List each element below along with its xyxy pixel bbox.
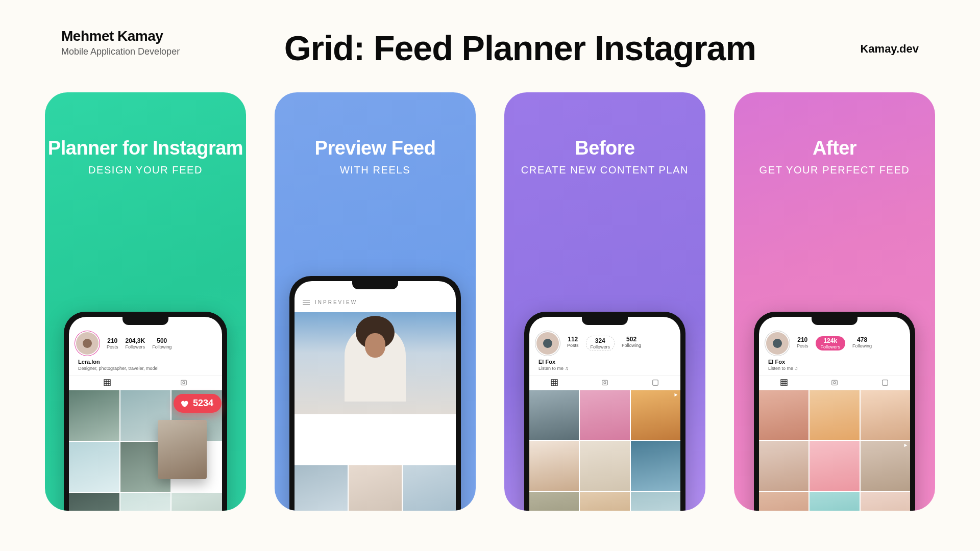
- hero-photo[interactable]: [295, 312, 456, 414]
- grid-icon: [103, 379, 111, 387]
- tab-reels[interactable]: [630, 375, 680, 390]
- feed-cell[interactable]: [403, 465, 456, 511]
- feed-cell[interactable]: [810, 492, 859, 511]
- stat-following[interactable]: 502Following: [622, 336, 641, 351]
- avatar[interactable]: [536, 332, 559, 355]
- profile-tabs: [759, 375, 910, 390]
- stat-following[interactable]: 478Following: [852, 336, 872, 350]
- author-block: Mehmet Kamay Mobile Application Develope…: [61, 28, 180, 57]
- profile-tabs: [69, 375, 222, 390]
- page-header: Mehmet Kamay Mobile Application Develope…: [0, 0, 980, 68]
- feed-cell[interactable]: [120, 493, 171, 511]
- card-subtitle: GET YOUR PERFECT FEED: [734, 164, 935, 176]
- username: Lera.lon: [78, 359, 213, 365]
- phone-mock-4: 210Posts 124kFollowers 478Following El F…: [754, 312, 915, 511]
- feed-cell[interactable]: [580, 492, 629, 511]
- feed-cell[interactable]: [861, 492, 910, 511]
- play-icon: [903, 443, 908, 448]
- feed-cell[interactable]: [759, 390, 808, 440]
- phone-notch: [122, 317, 168, 325]
- phone-mock-2: INPREVIEW: [289, 276, 461, 511]
- tab-tagged[interactable]: [580, 375, 630, 390]
- avatar[interactable]: [76, 332, 99, 355]
- site-link[interactable]: Kamay.dev: [860, 28, 919, 56]
- tab-reels[interactable]: [860, 375, 910, 390]
- reels-icon: [881, 379, 889, 387]
- username-block: El Fox Listen to me ♫: [759, 359, 910, 375]
- tab-grid[interactable]: [759, 375, 810, 390]
- profile-row: 210Posts 204,3KFollowers 500Following: [69, 328, 222, 359]
- tab-grid[interactable]: [69, 375, 145, 390]
- profile-row: 112Posts 324Followers 502Following: [529, 328, 680, 359]
- feed-cell[interactable]: [529, 441, 579, 490]
- stat-followers-highlight[interactable]: 124kFollowers: [816, 336, 846, 350]
- reels-icon: [651, 379, 659, 387]
- profile-tabs: [529, 375, 680, 390]
- svg-rect-0: [104, 380, 110, 386]
- stat-posts[interactable]: 112Posts: [567, 336, 579, 351]
- svg-rect-16: [781, 380, 787, 386]
- feed-cell[interactable]: [69, 390, 119, 441]
- card-title: Planner for Instagram: [45, 137, 246, 159]
- feed-cell[interactable]: [631, 492, 680, 511]
- svg-rect-7: [551, 380, 557, 386]
- feed-cell[interactable]: [172, 493, 222, 511]
- tab-grid[interactable]: [529, 375, 580, 390]
- card-subtitle: DESIGN YOUR FEED: [45, 164, 246, 176]
- dragging-tile[interactable]: [158, 420, 207, 479]
- feed-cell[interactable]: [69, 442, 119, 492]
- svg-rect-5: [181, 380, 187, 385]
- tagged-icon: [180, 379, 188, 387]
- feed-cell[interactable]: [759, 492, 808, 511]
- feed-cell[interactable]: [861, 390, 910, 440]
- author-name: Mehmet Kamay: [61, 28, 180, 44]
- like-badge: 5234: [174, 394, 222, 413]
- cards-row: Planner for Instagram DESIGN YOUR FEED 5…: [0, 68, 980, 511]
- feed-cell[interactable]: [810, 390, 859, 440]
- feed-cell[interactable]: [631, 441, 680, 490]
- username: El Fox: [768, 359, 901, 365]
- tagged-icon: [601, 379, 609, 387]
- stat-posts[interactable]: 210Posts: [107, 337, 118, 349]
- app-bar: INPREVIEW: [295, 292, 456, 312]
- svg-rect-12: [602, 380, 608, 385]
- tab-tagged[interactable]: [810, 375, 860, 390]
- feed-cell[interactable]: [580, 441, 629, 490]
- tagged-icon: [830, 379, 839, 387]
- username-block: Lera.lon Designer, photographer, travele…: [69, 359, 222, 375]
- feed-cell[interactable]: [529, 492, 579, 511]
- svg-rect-14: [652, 380, 658, 386]
- stat-followers-goal[interactable]: 324Followers: [586, 336, 615, 351]
- heart-icon: [180, 399, 189, 408]
- bio: Designer, photographer, traveler, model: [78, 366, 213, 371]
- bio: Listen to me ♫: [768, 366, 901, 371]
- svg-point-22: [834, 382, 836, 384]
- feed-cell[interactable]: [631, 390, 680, 440]
- stat-posts[interactable]: 210Posts: [797, 336, 808, 350]
- grid-icon: [780, 379, 788, 387]
- username-block: El Fox Listen to me ♫: [529, 359, 680, 375]
- feed-cell[interactable]: [580, 390, 629, 440]
- feed-cell[interactable]: [349, 465, 402, 511]
- card-subtitle: CREATE NEW CONTENT PLAN: [504, 164, 705, 176]
- svg-rect-21: [832, 380, 838, 385]
- menu-icon[interactable]: [303, 300, 310, 305]
- avatar[interactable]: [766, 332, 789, 355]
- svg-marker-24: [904, 444, 908, 447]
- svg-point-6: [183, 382, 185, 384]
- svg-point-13: [604, 382, 606, 384]
- feed-cell[interactable]: [759, 441, 808, 490]
- tab-tagged[interactable]: [145, 375, 222, 390]
- card-title: Preview Feed: [275, 137, 476, 159]
- card-title: After: [734, 137, 935, 159]
- feed-cell[interactable]: [861, 441, 910, 490]
- feed-cell[interactable]: [810, 441, 859, 490]
- card-before: Before CREATE NEW CONTENT PLAN 112Posts …: [504, 92, 705, 511]
- feed-cell[interactable]: [295, 465, 348, 511]
- feed-cell[interactable]: [69, 493, 119, 511]
- svg-marker-15: [675, 393, 678, 397]
- stat-followers[interactable]: 204,3KFollowers: [126, 337, 145, 349]
- stat-following[interactable]: 500Following: [152, 337, 172, 349]
- page-title: Grid: Feed Planner Instagram: [180, 28, 860, 68]
- feed-cell[interactable]: [529, 390, 579, 440]
